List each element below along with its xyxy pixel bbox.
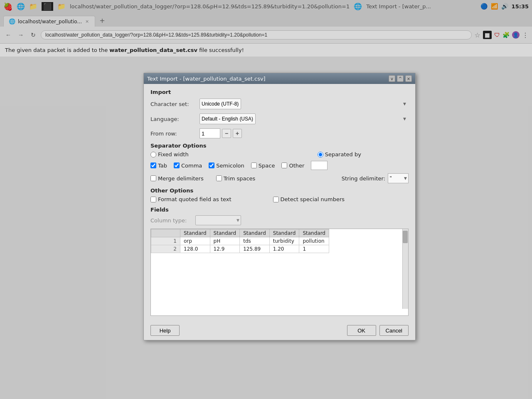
dialog-titlebar: Text Import - [water_pollution_data_set.… xyxy=(144,73,415,84)
other-checkbox[interactable] xyxy=(281,163,287,168)
character-set-select[interactable]: Unicode (UTF-8) xyxy=(200,99,241,109)
string-delimiter-label: String delimiter: xyxy=(342,175,385,182)
from-row-increment-btn[interactable]: + xyxy=(233,129,242,138)
preview-scroll[interactable]: Standard Standard Standard Standard Stan… xyxy=(151,229,408,315)
ok-button[interactable]: OK xyxy=(347,325,376,336)
fixed-width-radio[interactable] xyxy=(150,152,156,158)
space-checkbox-label[interactable]: Space xyxy=(251,163,275,169)
scroll-thumb xyxy=(403,231,408,243)
other-delimiter-input[interactable] xyxy=(311,161,328,170)
dialog-title: Text Import - [water_pollution_data_set.… xyxy=(147,76,266,82)
trim-spaces-checkbox[interactable] xyxy=(216,175,222,181)
dialog-maximize-btn[interactable]: ^ xyxy=(397,75,404,82)
character-set-label: Character set: xyxy=(150,101,196,107)
tab-label: Tab xyxy=(158,163,167,169)
row1-col2: pH xyxy=(210,237,240,245)
semicolon-label: Semicolon xyxy=(216,163,244,169)
tab-checkbox[interactable] xyxy=(150,163,156,168)
detect-special-label[interactable]: Detect special numbers xyxy=(273,196,345,202)
detect-special-text: Detect special numbers xyxy=(281,196,345,202)
separated-by-radio-label[interactable]: Separated by xyxy=(318,151,361,158)
dialog-minimize-btn[interactable]: v xyxy=(389,75,395,82)
separator-options-title: Separator Options xyxy=(150,143,409,149)
comma-checkbox[interactable] xyxy=(174,163,180,168)
comma-label: Comma xyxy=(181,163,202,169)
text-import-dialog: Text Import - [water_pollution_data_set.… xyxy=(143,73,416,340)
separated-by-label: Separated by xyxy=(325,151,361,158)
row2-col5: 1 xyxy=(299,245,329,253)
table-row: 2 128.0 12.9 125.89 1.20 1 xyxy=(151,245,329,253)
other-checkbox-label[interactable]: Other xyxy=(281,163,304,169)
from-row-input[interactable] xyxy=(200,128,220,138)
row1-col5: pollution xyxy=(299,237,329,245)
help-button[interactable]: Help xyxy=(150,325,180,336)
row2-col2: 12.9 xyxy=(210,245,240,253)
data-preview: Standard Standard Standard Standard Stan… xyxy=(150,229,409,316)
col-header-rownum xyxy=(151,229,180,237)
col-header-5[interactable]: Standard xyxy=(299,229,329,237)
table-row: 1 orp pH tds turbidity pollution xyxy=(151,237,329,245)
dialog-close-btn[interactable]: × xyxy=(405,75,412,82)
tab-checkbox-label[interactable]: Tab xyxy=(150,163,167,169)
language-label: Language: xyxy=(150,116,196,122)
format-quoted-text: Format quoted field as text xyxy=(158,196,232,202)
horizontal-scrollbar[interactable] xyxy=(151,315,408,316)
column-type-select[interactable] xyxy=(195,215,241,225)
fixed-width-radio-label[interactable]: Fixed width xyxy=(150,151,189,158)
language-select[interactable]: Default - English (USA) xyxy=(200,113,256,124)
detect-special-checkbox[interactable] xyxy=(273,197,279,202)
row2-col1: 128.0 xyxy=(180,245,210,253)
other-label: Other xyxy=(289,163,304,169)
col-header-2[interactable]: Standard xyxy=(210,229,240,237)
trim-spaces-text: Trim spaces xyxy=(224,175,256,182)
row2-col4: 1.20 xyxy=(269,245,299,253)
row1-col3: tds xyxy=(240,237,270,245)
row2-num: 2 xyxy=(151,245,180,253)
col-header-4[interactable]: Standard xyxy=(269,229,299,237)
dialog-footer: Help OK Cancel xyxy=(144,321,415,340)
semicolon-checkbox-label[interactable]: Semicolon xyxy=(209,163,244,169)
format-quoted-checkbox[interactable] xyxy=(150,197,156,202)
vertical-scrollbar[interactable] xyxy=(402,229,408,309)
row1-col4: turbidity xyxy=(269,237,299,245)
import-section-title: Import xyxy=(150,89,409,95)
fields-section-title: Fields xyxy=(150,207,409,213)
row1-num: 1 xyxy=(151,237,180,245)
col-header-1[interactable]: Standard xyxy=(180,229,210,237)
comma-checkbox-label[interactable]: Comma xyxy=(174,163,202,169)
row1-col1: orp xyxy=(180,237,210,245)
other-options-title: Other Options xyxy=(150,187,409,194)
from-row-decrement-btn[interactable]: − xyxy=(222,129,231,138)
col-header-3[interactable]: Standard xyxy=(240,229,270,237)
format-quoted-label[interactable]: Format quoted field as text xyxy=(150,196,232,202)
string-delimiter-select[interactable]: " xyxy=(388,173,409,183)
merge-delimiters-checkbox[interactable] xyxy=(150,175,156,181)
fixed-width-label: Fixed width xyxy=(158,151,189,158)
merge-delimiters-label[interactable]: Merge delimiters xyxy=(150,175,204,182)
preview-table: Standard Standard Standard Standard Stan… xyxy=(151,229,329,253)
row2-col3: 125.89 xyxy=(240,245,270,253)
trim-spaces-label[interactable]: Trim spaces xyxy=(216,175,256,182)
column-type-label: Column type: xyxy=(150,217,192,224)
from-row-label: From row: xyxy=(150,131,196,137)
merge-delimiters-text: Merge delimiters xyxy=(158,175,204,182)
semicolon-checkbox[interactable] xyxy=(209,163,214,168)
separated-by-radio[interactable] xyxy=(318,152,323,158)
space-label: Space xyxy=(259,163,275,169)
cancel-button[interactable]: Cancel xyxy=(379,325,409,336)
space-checkbox[interactable] xyxy=(251,163,257,168)
